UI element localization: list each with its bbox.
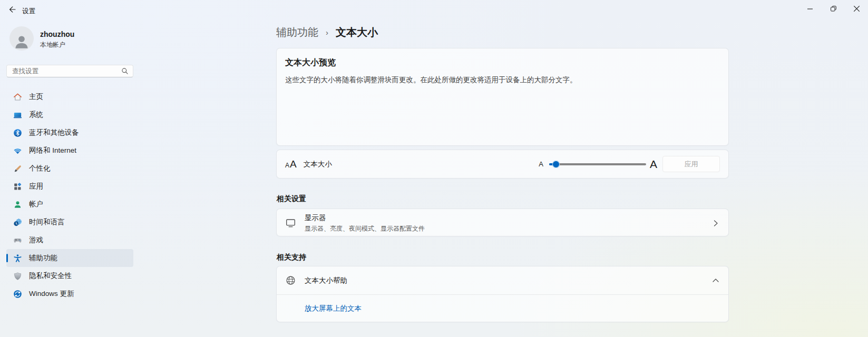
sidebar-item-label: 个性化 [29, 164, 51, 173]
text-size-help-row[interactable]: 文本大小帮助 [277, 266, 728, 294]
sidebar-item-apps[interactable]: 应用 [6, 177, 133, 195]
globe-help-icon [285, 275, 296, 286]
sidebar-item-label: 游戏 [29, 235, 43, 245]
account-name: zhouzhou [40, 30, 74, 38]
titlebar: 设置 [0, 0, 868, 21]
sidebar-item-time-language[interactable]: 时间和语言 [6, 213, 133, 231]
sidebar: zhouzhou 本地帐户 主页 系统 蓝牙和其他设备 网络和 Internet… [0, 21, 148, 337]
app-title: 设置 [22, 7, 35, 16]
slider-track[interactable] [549, 163, 646, 165]
slider-max-label: A [650, 158, 657, 171]
close-button[interactable] [845, 0, 868, 19]
avatar [9, 26, 34, 51]
back-button[interactable] [4, 4, 20, 17]
page-title: 文本大小 [336, 25, 378, 39]
apply-button[interactable]: 应用 [662, 156, 720, 172]
slider-thumb[interactable] [552, 161, 560, 168]
related-settings-header: 相关设置 [277, 194, 306, 204]
window-controls [798, 0, 868, 19]
sidebar-item-privacy[interactable]: 隐私和安全性 [6, 267, 133, 285]
search-icon [121, 67, 129, 75]
close-icon [853, 5, 860, 14]
enlarge-text-link[interactable]: 放大屏幕上的文本 [305, 304, 362, 313]
sidebar-item-accounts[interactable]: 帐户 [6, 195, 133, 213]
sidebar-item-label: Windows 更新 [29, 289, 74, 299]
sidebar-item-label: 系统 [29, 110, 43, 120]
preview-description: 这些文字的大小将随着你调整滑块而更改。在此处所做的更改将适用于设备上的大部分文字… [285, 75, 720, 85]
sidebar-item-network[interactable]: 网络和 Internet [6, 142, 133, 160]
apps-icon [13, 182, 22, 191]
privacy-icon [13, 272, 22, 281]
search-input[interactable] [12, 67, 121, 75]
gaming-icon [13, 236, 22, 245]
sidebar-item-label: 蓝牙和其他设备 [29, 128, 79, 137]
sidebar-item-windows-update[interactable]: Windows 更新 [6, 285, 133, 303]
display-settings-row[interactable]: 显示器 显示器、亮度、夜间模式、显示器配置文件 [277, 209, 728, 237]
minimize-icon [807, 5, 813, 14]
help-card: 文本大小帮助 放大屏幕上的文本 [276, 266, 729, 322]
accounts-icon [13, 200, 22, 209]
chevron-up-icon [711, 276, 720, 285]
breadcrumb-parent[interactable]: 辅助功能 [276, 25, 318, 39]
sidebar-item-label: 应用 [29, 182, 43, 191]
sidebar-item-gaming[interactable]: 游戏 [6, 231, 133, 249]
personalization-icon [13, 164, 22, 173]
sidebar-item-personalization[interactable]: 个性化 [6, 160, 133, 177]
windows-update-icon [13, 290, 22, 299]
breadcrumb-separator-icon: › [326, 28, 328, 37]
minimize-button[interactable] [798, 0, 822, 19]
restore-icon [830, 5, 837, 14]
text-size-preview-card: 文本大小预览 这些文字的大小将随着你调整滑块而更改。在此处所做的更改将适用于设备… [276, 48, 729, 146]
sidebar-item-label: 主页 [29, 92, 43, 102]
accessibility-icon [13, 254, 22, 263]
help-row-title: 文本大小帮助 [305, 276, 347, 285]
sidebar-nav: 主页 系统 蓝牙和其他设备 网络和 Internet 个性化 应用 帐户 时间和… [6, 88, 133, 303]
breadcrumb: 辅助功能 › 文本大小 [276, 25, 378, 39]
display-row-subtitle: 显示器、亮度、夜间模式、显示器配置文件 [305, 224, 425, 233]
slider-min-label: A [539, 160, 543, 168]
text-size-slider[interactable] [549, 159, 646, 170]
help-link-row: 放大屏幕上的文本 [277, 295, 728, 322]
monitor-icon [285, 217, 296, 229]
chevron-right-icon [711, 219, 720, 227]
back-arrow-icon [8, 5, 16, 16]
sidebar-item-system[interactable]: 系统 [6, 106, 133, 124]
time-language-icon [13, 218, 22, 227]
sidebar-item-accessibility[interactable]: 辅助功能 [6, 249, 133, 267]
sidebar-item-label: 网络和 Internet [29, 146, 76, 155]
sidebar-item-label: 隐私和安全性 [29, 271, 72, 281]
person-icon [13, 33, 31, 51]
text-size-setting-row: AA 文本大小 A A 应用 [276, 150, 729, 179]
sidebar-item-label: 辅助功能 [29, 253, 57, 263]
system-icon [13, 111, 22, 120]
text-size-icon: AA [285, 158, 297, 170]
display-row-title: 显示器 [305, 213, 425, 223]
home-icon [13, 93, 22, 102]
preview-title: 文本大小预览 [285, 57, 720, 68]
restore-button[interactable] [822, 0, 845, 19]
text-size-label: 文本大小 [304, 160, 332, 169]
sidebar-item-home[interactable]: 主页 [6, 88, 133, 106]
related-support-header: 相关支持 [277, 253, 306, 262]
network-icon [13, 146, 22, 155]
search-box[interactable] [6, 65, 133, 77]
bluetooth-icon [13, 128, 22, 137]
account-type: 本地帐户 [40, 41, 65, 49]
sidebar-item-label: 时间和语言 [29, 217, 65, 227]
sidebar-item-label: 帐户 [29, 200, 43, 209]
display-settings-card: 显示器 显示器、亮度、夜间模式、显示器配置文件 [276, 209, 729, 236]
sidebar-item-bluetooth[interactable]: 蓝牙和其他设备 [6, 124, 133, 142]
